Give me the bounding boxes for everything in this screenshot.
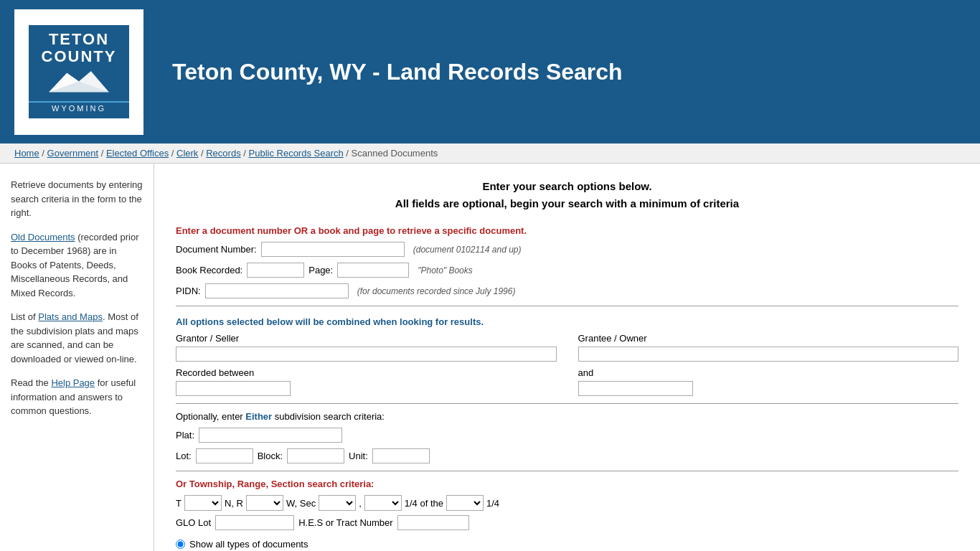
divider-1 [176, 306, 958, 306]
pidn-label: PIDN: [176, 286, 201, 296]
subdivision-label-suffix: subdivision search criteria: [272, 411, 385, 422]
book-row: Book Recorded: Page: "Photo" Books [176, 263, 958, 278]
grantor-label: Grantor / Seller [176, 333, 557, 344]
date-to-col: and Thu Aug 11 2022 [578, 367, 959, 396]
form-heading: Enter your search options below. All fie… [176, 178, 958, 212]
header: TETON COUNTY WYOMING Teton County, WY - … [0, 0, 980, 143]
either-label: Either [245, 411, 272, 422]
plat-row: Plat: [176, 428, 958, 443]
date-to-input[interactable]: Thu Aug 11 2022 [578, 381, 693, 396]
lot-label: Lot: [176, 451, 192, 461]
date-from-input[interactable]: Tue Feb 12 1991 [176, 381, 291, 396]
book-hint: "Photo" Books [418, 265, 473, 276]
township-select[interactable]: 1234 5678 [184, 495, 222, 511]
doc-number-row: Document Number: (document 0102114 and u… [176, 242, 958, 257]
mountain-icon [36, 68, 122, 95]
grantee-label: Grantee / Owner [578, 333, 959, 344]
breadcrumb-records[interactable]: Records [206, 148, 240, 159]
radio-all-docs-label: Show all types of documents [189, 539, 308, 550]
grantor-col: Grantor / Seller [176, 333, 557, 362]
page-input[interactable] [337, 263, 409, 278]
subdivision-label-prefix: Optionally, enter [176, 411, 245, 422]
unit-label: Unit: [349, 451, 368, 461]
quarter2-select[interactable]: NENWSESW [446, 495, 484, 511]
site-title: Teton County, WY - Land Records Search [172, 59, 623, 85]
plat-input[interactable] [199, 428, 342, 443]
doc-section-label: Enter a document number OR a book and pa… [176, 225, 958, 236]
grantee-col: Grantee / Owner [578, 333, 959, 362]
range-select[interactable]: 1234 5678 [246, 495, 283, 511]
lot-block-row: Lot: Block: Unit: [176, 448, 958, 463]
pidn-input[interactable] [205, 283, 349, 298]
form-heading-line2: All fields are optional, begin your sear… [176, 195, 958, 212]
date-row: Recorded between Tue Feb 12 1991 and Thu… [176, 367, 958, 396]
block-input[interactable] [287, 448, 344, 463]
form-heading-line1: Enter your search options below. [176, 178, 958, 195]
breadcrumb-public-records[interactable]: Public Records Search [249, 148, 344, 159]
plats-link[interactable]: Plats and Maps [38, 311, 103, 322]
hes-input[interactable] [397, 515, 469, 530]
block-label: Block: [258, 451, 283, 461]
radio-group: Show all types of documents Exclude Mort… [176, 539, 958, 551]
comma-label: , [359, 498, 362, 509]
content-area: Enter your search options below. All fie… [154, 164, 980, 551]
quarter1-select[interactable]: NENWSESW [364, 495, 402, 511]
logo-inner: TETON COUNTY WYOMING [29, 25, 129, 118]
nr-label: N, R [225, 498, 243, 509]
and-label: and [578, 367, 959, 378]
book-label: Book Recorded: [176, 265, 242, 276]
hes-label: H.E.S or Tract Number [298, 517, 392, 528]
township-row: T 1234 5678 N, R 1234 5678 W, Sec 12345 … [176, 495, 958, 511]
page-label: Page: [308, 265, 333, 276]
help-link[interactable]: Help Page [51, 377, 95, 388]
logo-box: TETON COUNTY WYOMING [14, 9, 143, 135]
pidn-row: PIDN: (for documents recorded since July… [176, 283, 958, 298]
options-label: All options selected below will be combi… [176, 316, 958, 327]
section-select[interactable]: 12345 678910 1112131415 1617181920 21222… [319, 495, 356, 511]
logo-title: TETON COUNTY [42, 31, 117, 65]
quarter-label: 1/4 of the [405, 498, 443, 509]
pidn-hint: (for documents recorded since July 1996) [357, 286, 516, 296]
recorded-label: Recorded between [176, 367, 557, 378]
glo-input[interactable] [215, 515, 294, 530]
plats-prefix: List of [11, 311, 38, 322]
lot-input[interactable] [196, 448, 253, 463]
breadcrumb-clerk[interactable]: Clerk [176, 148, 198, 159]
logo-state: WYOMING [52, 104, 106, 113]
quarter-end-label: 1/4 [486, 498, 499, 509]
doc-number-label: Document Number: [176, 244, 257, 255]
date-from-col: Recorded between Tue Feb 12 1991 [176, 367, 557, 396]
grantee-input[interactable] [578, 347, 959, 362]
sidebar: Retrieve documents by entering search cr… [0, 164, 154, 551]
main-layout: Retrieve documents by entering search cr… [0, 164, 980, 551]
radio-all-docs[interactable] [176, 540, 185, 549]
breadcrumb: Home / Government / Elected Offices / Cl… [0, 143, 980, 164]
subdivision-label-row: Optionally, enter Either subdivision sea… [176, 411, 958, 422]
doc-number-input[interactable] [261, 242, 405, 257]
breadcrumb-home[interactable]: Home [14, 148, 39, 159]
or-township-label: Or Township, Range, Section search crite… [176, 479, 374, 489]
breadcrumb-elected-offices[interactable]: Elected Offices [106, 148, 169, 159]
sidebar-old-docs: Old Documents (recorded prior to Decembe… [11, 230, 143, 301]
old-docs-link[interactable]: Old Documents [11, 232, 75, 242]
sidebar-intro: Retrieve documents by entering search cr… [11, 178, 143, 220]
doc-number-hint: (document 0102114 and up) [413, 245, 522, 255]
breadcrumb-government[interactable]: Government [47, 148, 99, 159]
divider-3 [176, 471, 958, 471]
sidebar-intro-text: Retrieve documents by entering search cr… [11, 178, 143, 220]
book-input[interactable] [247, 263, 304, 278]
glo-label: GLO Lot [176, 517, 211, 528]
wsec-label: W, Sec [286, 498, 316, 509]
breadcrumb-current: Scanned Documents [352, 148, 438, 159]
sidebar-plats: List of Plats and Maps. Most of the subd… [11, 310, 143, 366]
grantor-input[interactable] [176, 347, 557, 362]
divider-2 [176, 403, 958, 404]
t-label: T [176, 498, 182, 509]
grantor-grantee-row: Grantor / Seller Grantee / Owner [176, 333, 958, 362]
glo-row: GLO Lot H.E.S or Tract Number [176, 515, 958, 530]
township-label-row: Or Township, Range, Section search crite… [176, 479, 958, 489]
unit-input[interactable] [372, 448, 430, 463]
help-prefix: Read the [11, 377, 51, 388]
plat-label: Plat: [176, 430, 194, 441]
logo-divider [29, 101, 129, 103]
